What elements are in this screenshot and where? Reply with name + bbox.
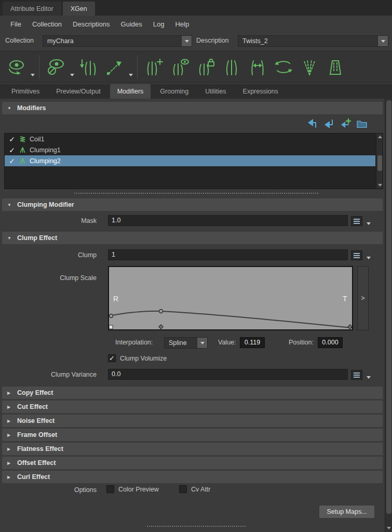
expand-arrow-icon bbox=[7, 447, 12, 451]
chevron-down-icon[interactable] bbox=[377, 36, 388, 46]
convert-to-curves-menu-caret[interactable] bbox=[127, 53, 134, 81]
modifier-enabled-checkbox[interactable] bbox=[8, 157, 16, 165]
update-preview-button[interactable] bbox=[75, 53, 101, 81]
convert-to-curves-button[interactable] bbox=[101, 53, 127, 81]
density-comb-button[interactable] bbox=[296, 53, 322, 81]
clump-effect-section-header[interactable]: Clump Effect bbox=[2, 232, 383, 244]
menu-help[interactable]: Help bbox=[175, 20, 189, 28]
menu-descriptions[interactable]: Descriptions bbox=[73, 20, 110, 28]
tab-utilities[interactable]: Utilities bbox=[198, 84, 233, 99]
ramp-key-marker[interactable] bbox=[348, 325, 352, 329]
tab-expressions[interactable]: Expressions bbox=[236, 84, 286, 99]
tab-attribute-editor[interactable]: Attribute Editor bbox=[3, 2, 61, 16]
list-scrollbar[interactable] bbox=[376, 134, 383, 189]
modifier-list[interactable]: Coil1 Clumping1 Clumping2 bbox=[4, 133, 383, 189]
scrollbar-thumb[interactable] bbox=[386, 100, 391, 514]
setup-maps-button[interactable]: Setup Maps... bbox=[319, 505, 375, 518]
noise-effect-header[interactable]: Noise Effect bbox=[2, 415, 383, 427]
chevron-down-icon[interactable] bbox=[181, 36, 192, 46]
scroll-down-icon[interactable] bbox=[376, 182, 383, 189]
clumping-modifier-section-header[interactable]: Clumping Modifier bbox=[2, 198, 383, 211]
duplicate-modifier-button[interactable] bbox=[340, 118, 351, 129]
menu-guides[interactable]: Guides bbox=[121, 20, 142, 28]
scroll-down-icon[interactable] bbox=[385, 525, 392, 531]
move-modifier-up-button[interactable] bbox=[306, 118, 318, 129]
show-guides-button[interactable] bbox=[219, 53, 245, 81]
curl-effect-header[interactable]: Curl Effect bbox=[2, 471, 383, 483]
rebuild-guides-button[interactable] bbox=[271, 53, 296, 81]
tab-primitives[interactable]: Primitives bbox=[4, 84, 47, 99]
add-guide-button[interactable] bbox=[141, 53, 167, 81]
collection-select[interactable]: myChara bbox=[43, 35, 192, 47]
clump-input[interactable]: 1 bbox=[108, 249, 348, 260]
menu-log[interactable]: Log bbox=[153, 20, 165, 28]
tab-preview-output[interactable]: Preview/Output bbox=[49, 84, 107, 99]
scroll-up-icon[interactable] bbox=[376, 134, 383, 140]
modifiers-section-header[interactable]: Modifiers bbox=[2, 102, 383, 114]
menu-collection[interactable]: Collection bbox=[32, 20, 62, 28]
description-label: Description bbox=[196, 37, 229, 44]
tab-grooming[interactable]: Grooming bbox=[153, 84, 196, 99]
section-title: Flatness Effect bbox=[17, 445, 63, 453]
preview-refresh-button[interactable] bbox=[3, 53, 29, 81]
expand-arrow-icon bbox=[7, 391, 12, 395]
ramp-expand-button[interactable]: > bbox=[357, 266, 369, 330]
chevron-down-icon[interactable] bbox=[367, 254, 371, 261]
offset-effect-header[interactable]: Offset Effect bbox=[2, 457, 383, 469]
mask-label: Mask bbox=[0, 217, 97, 224]
main-scrollbar[interactable] bbox=[385, 99, 392, 532]
flatness-effect-header[interactable]: Flatness Effect bbox=[2, 443, 383, 455]
guide-width-button[interactable] bbox=[245, 53, 271, 81]
clumping-icon bbox=[19, 157, 26, 164]
copy-effect-header[interactable]: Copy Effect bbox=[2, 387, 383, 399]
map-expression-button[interactable] bbox=[351, 216, 362, 226]
collapse-arrow-icon bbox=[7, 106, 12, 111]
tab-xgen[interactable]: XGen bbox=[63, 2, 95, 16]
ramp-key-point[interactable] bbox=[110, 314, 113, 318]
ramp-key-selected-marker[interactable] bbox=[109, 325, 113, 329]
preview-disable-menu-caret[interactable] bbox=[69, 53, 75, 81]
tab-modifiers[interactable]: Modifiers bbox=[110, 84, 151, 99]
description-select[interactable]: Twists_2 bbox=[238, 35, 388, 47]
modifier-enabled-checkbox[interactable] bbox=[8, 136, 16, 143]
clump-row: Clump 1 bbox=[0, 249, 384, 262]
preview-disable-button[interactable] bbox=[43, 53, 69, 81]
chevron-down-icon[interactable] bbox=[367, 219, 371, 227]
clump-scale-ramp[interactable]: R T bbox=[108, 266, 353, 330]
cv-attr-checkbox[interactable] bbox=[179, 485, 187, 493]
clump-volumize-checkbox[interactable] bbox=[108, 354, 116, 362]
ramp-curve[interactable]: R T bbox=[109, 267, 352, 329]
ramp-key-point[interactable] bbox=[159, 310, 163, 313]
expand-arrow-icon bbox=[7, 419, 12, 423]
chevron-down-icon[interactable] bbox=[367, 373, 371, 380]
mask-input[interactable]: 1.0 bbox=[108, 215, 348, 226]
update-preview-icon bbox=[79, 58, 98, 76]
pane-splitter[interactable] bbox=[74, 193, 318, 194]
list-item-clumping1[interactable]: Clumping1 bbox=[5, 144, 375, 155]
menu-file[interactable]: File bbox=[10, 20, 21, 28]
pane-splitter[interactable] bbox=[147, 526, 246, 527]
cut-effect-header[interactable]: Cut Effect bbox=[2, 401, 383, 413]
map-expression-button[interactable] bbox=[351, 250, 362, 260]
chevron-down-icon[interactable] bbox=[197, 338, 207, 348]
folder-icon[interactable] bbox=[356, 118, 368, 129]
position-input[interactable]: 0.000 bbox=[318, 337, 343, 348]
frame-offset-header[interactable]: Frame Offset bbox=[2, 429, 383, 441]
color-preview-checkbox[interactable] bbox=[106, 485, 114, 493]
clump-variance-input[interactable]: 0.0 bbox=[108, 369, 348, 380]
map-expression-button[interactable] bbox=[351, 370, 362, 380]
xgen-panel: Attribute Editor XGen File Collection De… bbox=[0, 0, 392, 532]
guide-display-button[interactable] bbox=[167, 53, 193, 81]
ramp-key-marker[interactable] bbox=[159, 325, 163, 329]
list-item-coil1[interactable]: Coil1 bbox=[5, 134, 375, 144]
list-item-clumping2[interactable]: Clumping2 bbox=[5, 155, 375, 166]
interpolation-select[interactable]: Spline bbox=[164, 337, 208, 349]
lock-guides-button[interactable] bbox=[193, 53, 219, 81]
preview-refresh-menu-caret[interactable] bbox=[29, 53, 36, 81]
region-trim-button[interactable] bbox=[322, 53, 348, 81]
scrollbar-thumb[interactable] bbox=[377, 155, 382, 171]
value-input[interactable]: 0.119 bbox=[240, 337, 265, 348]
move-modifier-down-button[interactable] bbox=[323, 118, 334, 129]
modifier-enabled-checkbox[interactable] bbox=[8, 147, 16, 154]
clump-label: Clump bbox=[0, 251, 97, 259]
